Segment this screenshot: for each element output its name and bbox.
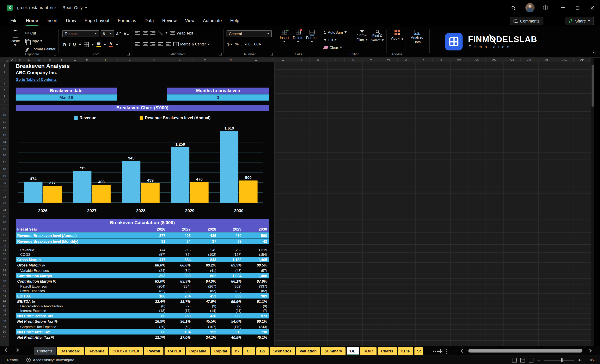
table-row-label[interactable]: Corporate Tax Expense xyxy=(16,325,142,329)
sheet-tab-cogs-opex[interactable]: COGS & OPEX xyxy=(109,347,143,355)
table-row-label[interactable]: Payroll Expenses xyxy=(16,284,142,288)
percent-style-button[interactable]: % xyxy=(235,42,238,46)
column-header-G[interactable]: G xyxy=(69,58,81,62)
ribbon-tab-draw[interactable]: Draw xyxy=(62,16,80,26)
table-cell[interactable]: 60 xyxy=(142,330,167,334)
table-cell[interactable]: (82) xyxy=(167,289,192,293)
row-header-14[interactable]: 14 xyxy=(0,139,9,146)
orientation-button[interactable] xyxy=(158,31,162,35)
table-row-label[interactable]: Contribution Margin xyxy=(16,273,142,278)
align-right-button[interactable] xyxy=(150,42,155,46)
table-cell[interactable]: 945 xyxy=(192,248,218,252)
table-row-label[interactable]: Variable Expenses xyxy=(16,269,142,273)
table-cell[interactable]: 89.9% xyxy=(218,263,243,267)
table-header-year[interactable]: 2027 xyxy=(167,227,192,231)
table-cell[interactable]: (127) xyxy=(218,253,243,257)
row-header-45[interactable]: 45 xyxy=(0,304,9,309)
table-cell[interactable]: (48) xyxy=(218,269,243,273)
column-header-Q[interactable]: Q xyxy=(274,58,292,62)
table-row-label[interactable]: Fixed Expenses xyxy=(16,289,142,293)
sheet-tab-is[interactable]: IS xyxy=(232,347,242,355)
row-header-35[interactable]: 35 xyxy=(0,253,9,257)
table-row-label[interactable]: Net Profit After Tax % xyxy=(16,335,142,339)
row-header-9[interactable]: 9 xyxy=(0,105,9,111)
table-cell[interactable]: 39.7% xyxy=(167,299,192,303)
sheet-tab-summary[interactable]: Summary xyxy=(321,347,346,355)
fill-button[interactable]: Fill xyxy=(324,37,337,43)
table-cell[interactable]: 322 xyxy=(192,330,218,334)
table-cell[interactable]: 88.0% xyxy=(142,263,167,267)
row-header-23[interactable]: 23 xyxy=(0,200,9,207)
table-cell[interactable]: 1,465 xyxy=(243,258,269,262)
comments-button[interactable]: Comments xyxy=(510,17,543,25)
minimize-button[interactable] xyxy=(557,0,569,15)
analyze-data-button[interactable]: Analyze Data xyxy=(409,30,425,44)
column-header-L[interactable]: L xyxy=(167,58,192,62)
row-header-43[interactable]: 43 xyxy=(0,293,9,299)
table-cell[interactable]: 510 xyxy=(218,330,243,334)
ribbon-tab-data[interactable]: Data xyxy=(141,16,158,26)
table-cell[interactable]: 86.1% xyxy=(218,279,243,283)
table-cell[interactable]: (11) xyxy=(218,309,243,313)
column-header-F[interactable]: F xyxy=(55,58,69,62)
revenue-bar-2027[interactable] xyxy=(73,171,92,203)
table-cell[interactable]: 417 xyxy=(142,258,167,262)
sheet-tab-roic[interactable]: ROIC xyxy=(360,347,376,355)
table-cell[interactable]: 430 xyxy=(192,314,218,318)
table-of-contents-link[interactable]: Go to Table of Contents xyxy=(16,77,57,82)
zoom-in-button[interactable]: + xyxy=(578,358,581,362)
breakeven-bar-2030[interactable] xyxy=(239,181,258,203)
table-cell[interactable]: (102) xyxy=(192,253,218,257)
ribbon-tab-formulas[interactable]: Formulas xyxy=(113,16,140,26)
table-row-label[interactable]: EBITDA xyxy=(16,294,142,298)
column-header-R[interactable]: R xyxy=(292,58,309,62)
table-cell[interactable]: 37 xyxy=(192,239,218,244)
table-cell[interactable]: 408 xyxy=(167,233,192,237)
row-header-37[interactable]: 37 xyxy=(0,262,9,268)
table-cell[interactable]: (14) xyxy=(192,309,218,313)
cut-button[interactable]: ✂ Cut xyxy=(25,30,36,36)
ribbon-tab-view[interactable]: View xyxy=(181,16,199,26)
sheet-grid[interactable]: 1234578910111213141516171819202122232425… xyxy=(0,62,594,346)
sheet-tab-dashboard[interactable]: Dashboard xyxy=(57,347,84,355)
wrap-text-button[interactable]: Wrap Text xyxy=(170,31,193,35)
format-cells-button[interactable]: Format xyxy=(305,30,319,42)
sheet-tab-capex[interactable]: CAPEX xyxy=(165,347,185,355)
sheet-tab-scenarios[interactable]: Scenarios xyxy=(270,347,295,355)
revenue-bar-2029[interactable] xyxy=(171,147,189,203)
table-cell[interactable]: 27.0% xyxy=(167,335,192,339)
chevron-down-icon[interactable] xyxy=(79,44,81,45)
row-header-16[interactable]: 16 xyxy=(0,152,9,159)
clear-button[interactable]: Clear xyxy=(324,45,342,51)
ribbon-tab-automate[interactable]: Automate xyxy=(199,16,226,26)
vertical-scrollbar-thumb[interactable] xyxy=(591,65,594,107)
sheet-tab-charts[interactable]: Charts xyxy=(377,347,397,355)
row-header-18[interactable]: 18 xyxy=(0,166,9,173)
chevron-down-icon[interactable] xyxy=(116,44,118,45)
table-cell[interactable]: 393 xyxy=(142,273,167,278)
sheet-tab-captable[interactable]: CapTable xyxy=(186,347,210,355)
sheet-tab-bs[interactable]: BS xyxy=(256,347,269,355)
table-cell[interactable]: 699 xyxy=(218,294,243,298)
row-header-22[interactable]: 22 xyxy=(0,194,9,200)
delete-cells-button[interactable]: Delete xyxy=(291,30,305,42)
page-break-view-button[interactable] xyxy=(529,358,534,362)
column-header-S[interactable]: S xyxy=(309,58,327,62)
column-header-E[interactable]: E xyxy=(45,58,55,62)
table-row-label[interactable]: Contribution Margin % xyxy=(16,279,142,283)
row-header-10[interactable]: 10 xyxy=(0,111,9,118)
column-header-T[interactable]: T xyxy=(327,58,345,62)
column-header-U[interactable]: U xyxy=(345,58,362,62)
tab-options-icon[interactable] xyxy=(446,349,447,350)
table-title-banner[interactable]: Breakeven Calculation ($'000) xyxy=(16,219,269,226)
table-header-year[interactable]: 2029 xyxy=(218,227,243,231)
grow-font-button[interactable]: A xyxy=(116,30,121,37)
accounting-format-button[interactable]: $ xyxy=(227,42,232,46)
table-cell[interactable]: 90.5% xyxy=(243,263,269,267)
table-cell[interactable]: 1,259 xyxy=(218,248,243,252)
table-cell[interactable]: 106 xyxy=(142,294,167,298)
italic-button[interactable]: I xyxy=(69,42,70,47)
table-cell[interactable]: (82) xyxy=(192,289,218,293)
table-cell[interactable]: 45.1% xyxy=(243,335,269,339)
table-cell[interactable]: (82) xyxy=(167,253,192,257)
